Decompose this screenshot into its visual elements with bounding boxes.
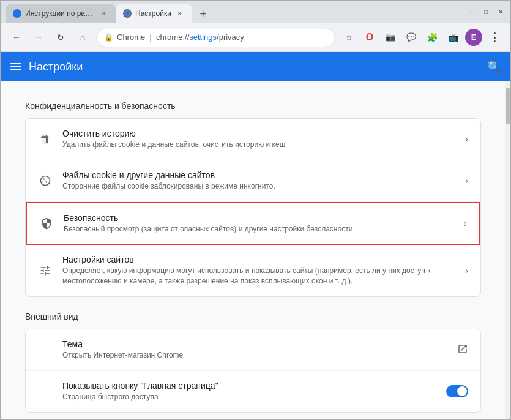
- security-item-wrapper: Безопасность Безопасный просмотр (защита…: [26, 202, 480, 246]
- cast-icon[interactable]: 📺: [444, 29, 461, 46]
- home-button-text: Показывать кнопку "Главная страница" Стр…: [62, 381, 436, 402]
- toggle-knob: [457, 386, 467, 396]
- address-highlight: settings: [189, 32, 217, 42]
- extension-icon1[interactable]: 📷: [382, 29, 399, 46]
- toolbar-icons: ☆ O 📷 💬 🧩 📺 E ⋮: [340, 29, 503, 46]
- cookie-icon: [38, 173, 53, 188]
- tab-settings[interactable]: Настройки ✕: [116, 4, 192, 23]
- clear-history-chevron: ›: [465, 134, 468, 144]
- section-appearance-title: Внешний вид: [25, 312, 481, 321]
- clear-history-item[interactable]: 🗑 Очистить историю Удалить файлы cookie …: [26, 119, 480, 160]
- hamburger-line3: [10, 69, 21, 70]
- security-text: Безопасность Безопасный просмотр (защита…: [64, 213, 454, 234]
- bookmark-icon[interactable]: ☆: [340, 29, 357, 46]
- sliders-icon: [38, 263, 53, 278]
- cookies-chevron: ›: [465, 176, 468, 186]
- theme-item[interactable]: Тема Открыть Интернет-магазин Chrome: [26, 329, 480, 371]
- tab-title-settings: Настройки: [135, 9, 171, 18]
- security-title: Безопасность: [64, 213, 454, 223]
- tab-title-instructions: Инструкции по работе с комп...: [25, 9, 95, 18]
- tab-close-settings[interactable]: ✕: [175, 9, 185, 18]
- lock-icon: 🔒: [104, 33, 113, 42]
- hamburger-line2: [10, 66, 21, 67]
- maximize-button[interactable]: □: [481, 7, 491, 17]
- security-chevron: ›: [464, 219, 467, 228]
- theme-text: Тема Открыть Интернет-магазин Chrome: [62, 339, 447, 361]
- site-settings-text: Настройки сайтов Определяет, какую инфор…: [62, 255, 455, 287]
- main-content: Конфиденциальность и безопасность 🗑 Очис…: [1, 81, 510, 419]
- external-link-icon: [457, 343, 468, 356]
- trash-icon: 🗑: [38, 132, 53, 146]
- shield-icon: [39, 216, 54, 231]
- hamburger-button[interactable]: [10, 63, 21, 70]
- puzzle-icon[interactable]: 🧩: [423, 29, 441, 46]
- new-tab-button[interactable]: +: [195, 6, 212, 23]
- home-button-title: Показывать кнопку "Главная страница": [62, 381, 436, 391]
- profile-icon[interactable]: E: [465, 29, 482, 46]
- scrollbar-thumb: [506, 88, 510, 124]
- svg-point-3: [45, 181, 47, 183]
- close-button[interactable]: ✕: [496, 7, 505, 17]
- site-settings-desc: Определяет, какую информацию могут испол…: [62, 266, 455, 287]
- section-privacy-title: Конфиденциальность и безопасность: [25, 101, 481, 111]
- scrollbar[interactable]: [505, 81, 510, 419]
- theme-desc: Открыть Интернет-магазин Chrome: [62, 350, 447, 361]
- home-button-item[interactable]: Показывать кнопку "Главная страница" Стр…: [26, 371, 480, 412]
- address-bar: ← → ↻ ⌂ 🔒 Chrome | chrome://settings/pri…: [1, 23, 510, 52]
- privacy-card: 🗑 Очистить историю Удалить файлы cookie …: [25, 118, 481, 297]
- forward-button[interactable]: →: [30, 29, 47, 46]
- tabs-container: Инструкции по работе с комп... ✕ Настрой…: [6, 1, 464, 23]
- clear-history-desc: Удалить файлы cookie и данные сайтов, оч…: [62, 140, 455, 150]
- site-settings-chevron: ›: [465, 266, 468, 276]
- security-item[interactable]: Безопасность Безопасный просмотр (защита…: [27, 203, 479, 244]
- security-desc: Безопасный просмотр (защита от опасных с…: [64, 224, 454, 234]
- extension-icon2[interactable]: 💬: [403, 29, 420, 46]
- address-input[interactable]: 🔒 Chrome | chrome://settings/privacy: [96, 28, 335, 47]
- content-area: Конфиденциальность и безопасность 🗑 Очис…: [1, 81, 505, 419]
- clear-history-text: Очистить историю Удалить файлы cookie и …: [62, 129, 455, 150]
- address-pre: Chrome | chrome://: [117, 32, 189, 42]
- tab-favicon-instructions: [13, 9, 21, 18]
- home-button-icon: [38, 384, 53, 399]
- appearance-card: Тема Открыть Интернет-магазин Chrome Пок…: [25, 329, 481, 413]
- back-button[interactable]: ←: [8, 29, 25, 46]
- theme-icon: [38, 342, 53, 357]
- hamburger-line1: [10, 63, 21, 64]
- clear-history-title: Очистить историю: [62, 129, 455, 138]
- cookies-desc: Сторонние файлы cookie заблокированы в р…: [62, 181, 455, 192]
- tab-close-instructions[interactable]: ✕: [99, 9, 108, 18]
- browser-frame: Инструкции по работе с комп... ✕ Настрой…: [0, 0, 511, 420]
- svg-point-1: [47, 178, 48, 179]
- menu-icon[interactable]: ⋮: [486, 29, 503, 46]
- tab-favicon-settings: [123, 9, 132, 18]
- theme-title: Тема: [62, 339, 447, 349]
- address-post: /privacy: [217, 32, 244, 42]
- refresh-button[interactable]: ↻: [52, 29, 69, 46]
- cookies-title: Файлы cookie и другие данные сайтов: [62, 170, 455, 180]
- address-text: Chrome | chrome://settings/privacy: [117, 32, 327, 42]
- svg-point-4: [44, 180, 45, 181]
- home-button-toggle-wrap: [446, 385, 468, 397]
- settings-title: Настройки: [29, 61, 480, 73]
- home-button-toggle[interactable]: [446, 385, 468, 397]
- title-bar: Инструкции по работе с комп... ✕ Настрой…: [1, 1, 510, 23]
- cookies-text: Файлы cookie и другие данные сайтов Стор…: [62, 170, 455, 192]
- svg-point-0: [43, 178, 45, 180]
- minimize-button[interactable]: ─: [466, 7, 476, 17]
- home-button-desc: Страница быстрого доступа: [62, 392, 436, 402]
- site-settings-item[interactable]: Настройки сайтов Определяет, какую инфор…: [26, 245, 480, 296]
- opera-icon[interactable]: O: [361, 29, 378, 46]
- home-button[interactable]: ⌂: [74, 29, 91, 46]
- cookies-item[interactable]: Файлы cookie и другие данные сайтов Стор…: [26, 160, 480, 202]
- settings-header: Настройки 🔍: [1, 52, 510, 81]
- settings-search-icon[interactable]: 🔍: [487, 60, 501, 73]
- tab-instructions[interactable]: Инструкции по работе с комп... ✕: [6, 4, 116, 23]
- window-controls: ─ □ ✕: [466, 7, 505, 17]
- svg-point-2: [42, 182, 43, 183]
- site-settings-title: Настройки сайтов: [62, 255, 455, 264]
